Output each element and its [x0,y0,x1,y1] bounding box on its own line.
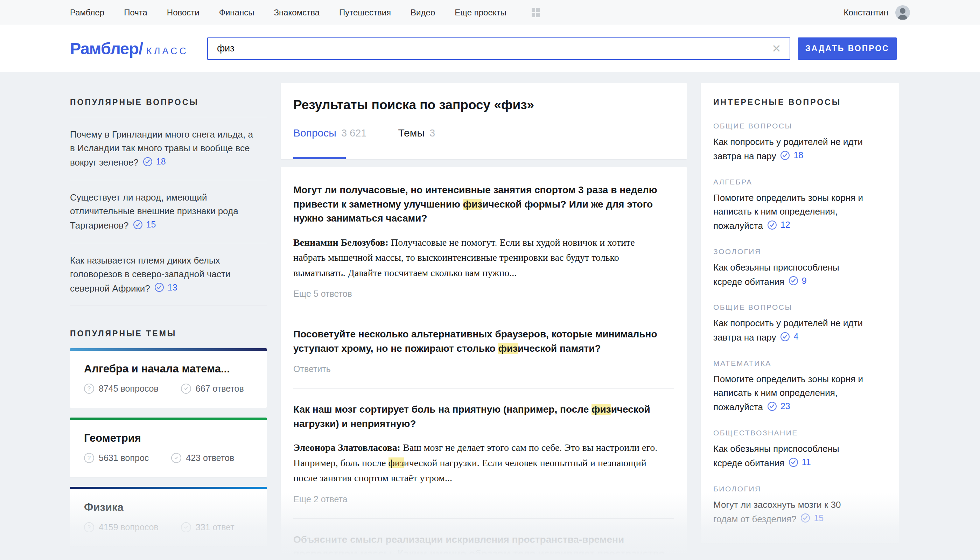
popular-question-link[interactable]: Почему в Гринландии много снега ильда, а… [70,128,256,169]
more-answers-link[interactable]: Еще 2 ответа [293,494,674,504]
apps-grid-icon[interactable] [532,8,540,17]
answers-count: 11 [802,456,811,469]
questions-stat: ?8745 вопросов [84,383,158,394]
divider [293,518,674,519]
search-result: Как наш мозг сортирует боль на приятную … [293,402,674,504]
check-circle-icon [143,157,153,167]
more-answers-link[interactable]: Еще 5 ответов [293,289,674,299]
rambler-class-logo[interactable]: Рамблер/ КЛАСС [70,39,188,58]
divider [70,117,267,117]
active-tab-underline [293,157,346,159]
question-text: Как обезьяны приспособлены ксреде обитан… [713,262,839,287]
question-category: МАТЕМАТИКА [713,359,886,368]
left-sidebar: ПОПУЛЯРНЫЕ ВОПРОСЫ Почему в Гринландии м… [70,72,267,547]
user-avatar[interactable] [895,5,910,20]
check-circle-icon [767,220,777,230]
answers-badge: 18 [143,155,166,168]
result-answer-preview: Элеонора Златовласова: Ваш мозг не делае… [293,440,670,485]
topic-card-physics[interactable]: Физика ?4159 вопросов 331 ответ [70,487,267,547]
answers-badge: 4 [780,330,798,343]
interesting-question[interactable]: ОБЩЕСТВОЗНАНИЕ Как обезьяны приспособлен… [713,429,886,470]
logo-brand: Рамблер/ [70,39,143,58]
tab-count: 3 621 [341,127,367,139]
topic-title: Физика [84,501,253,514]
answers-badge: 23 [767,400,790,413]
answers-count: 4 [793,330,798,343]
interesting-questions-card: ИНТЕРЕСНЫЕ ВОПРОСЫ ОБЩИЕ ВОПРОСЫ Как поп… [701,83,899,543]
answer-author: Вениамин Белозубов: [293,237,388,248]
tab-questions[interactable]: Вопросы 3 621 [293,127,367,139]
answers-count: 667 ответов [196,383,244,394]
popular-question-link[interactable]: Существует ли народ, имеющий отличительн… [70,191,256,232]
divider [293,388,674,388]
popular-question-link[interactable]: Как называется племя диких белых головор… [70,254,256,295]
popular-questions-title: ПОПУЛЯРНЫЕ ВОПРОСЫ [70,98,267,107]
check-circle-icon [780,332,790,342]
answers-badge: 15 [800,512,823,525]
questions-stat: ?5631 вопрос [84,453,149,463]
search-result: Объясните смысл реализации искривления п… [293,533,674,560]
search-input[interactable] [207,37,790,60]
question-category: ОБЩЕСТВОЗНАНИЕ [713,429,886,437]
divider [70,305,267,306]
result-question-link[interactable]: Посоветуйте несколько альтернативных бра… [293,327,668,356]
reply-link[interactable]: Ответить [293,364,674,374]
interesting-question[interactable]: ЗООЛОГИЯ Как обезьяны приспособлены ксре… [713,247,886,289]
services-nav: Рамблер Почта Новости Финансы Знакомства… [70,8,540,18]
question-icon: ? [84,383,94,394]
answers-count: 18 [793,149,803,162]
answers-count: 15 [146,218,156,232]
interesting-question[interactable]: АЛГЕБРА Помогите определить зоны корня и… [713,178,886,233]
person-icon [895,5,910,20]
topic-card-geometry[interactable]: Геометрия ?5631 вопрос 423 ответов [70,418,267,477]
nav-rambler[interactable]: Рамблер [70,8,104,18]
answers-count: 331 ответ [196,522,235,532]
interesting-question[interactable]: ОБЩИЕ ВОПРОСЫ Как попросить у родителей … [713,122,886,163]
questions-count: 8745 вопросов [99,383,158,394]
answers-badge: 18 [780,149,803,162]
question-category: ОБЩИЕ ВОПРОСЫ [713,303,886,312]
check-icon [171,453,181,463]
question-text: Как называется племя диких белых головор… [70,255,230,293]
answers-count: 423 ответов [186,453,234,463]
question-category: АЛГЕБРА [713,178,886,186]
answers-count: 15 [814,512,823,525]
tab-topics[interactable]: Темы 3 [398,127,435,139]
result-question-link[interactable]: Могут ли получасовые, но интенсивные зан… [293,183,668,226]
nav-mail[interactable]: Почта [124,8,147,18]
top-services-bar: Рамблер Почта Новости Финансы Знакомства… [0,0,980,25]
topic-title: Алгебра и начала матема... [84,363,253,375]
check-circle-icon [780,150,790,160]
right-sidebar: ИНТЕРЕСНЫЕ ВОПРОСЫ ОБЩИЕ ВОПРОСЫ Как поп… [701,72,899,543]
answers-stat: 667 ответов [181,383,244,394]
search-result: Посоветуйте несколько альтернативных бра… [293,327,674,374]
ask-question-button[interactable]: ЗАДАТЬ ВОПРОС [798,37,897,60]
check-circle-icon [133,220,143,230]
result-answer-preview: Вениамин Белозубов: Получасовые не помог… [293,235,670,280]
answers-badge: 11 [788,456,811,469]
content-area: ПОПУЛЯРНЫЕ ВОПРОСЫ Почему в Гринландии м… [0,72,980,560]
topic-card-algebra[interactable]: Алгебра и начала матема... ?8745 вопросо… [70,348,267,408]
clear-search-icon[interactable]: ✕ [772,43,781,54]
answers-count: 9 [802,274,807,288]
result-question-link[interactable]: Как наш мозг сортирует боль на приятную … [293,402,668,431]
interesting-question[interactable]: БИОЛОГИЯ Могут ли засохнуть мозги к 30 г… [713,485,886,526]
user-name[interactable]: Константин [843,8,888,18]
interesting-question[interactable]: МАТЕМАТИКА Помогите определить зоны корн… [713,359,886,414]
nav-news[interactable]: Новости [167,8,200,18]
interesting-question[interactable]: ОБЩИЕ ВОПРОСЫ Как попросить у родителей … [713,303,886,344]
check-circle-icon [767,402,777,411]
questions-stat: ?4159 вопросов [84,522,158,532]
tab-label: Вопросы [293,127,337,139]
nav-travel[interactable]: Путешествия [339,8,391,18]
user-menu[interactable]: Константин [843,5,910,20]
nav-more-projects[interactable]: Еще проекты [455,8,507,18]
question-category: ОБЩИЕ ВОПРОСЫ [713,122,886,130]
nav-dating[interactable]: Знакомства [274,8,320,18]
answers-count: 18 [156,155,166,168]
nav-finance[interactable]: Финансы [219,8,255,18]
nav-video[interactable]: Видео [410,8,435,18]
search-box: ✕ [207,37,790,60]
result-question-link[interactable]: Объясните смысл реализации искривления п… [293,533,668,560]
tab-label: Темы [398,127,425,139]
